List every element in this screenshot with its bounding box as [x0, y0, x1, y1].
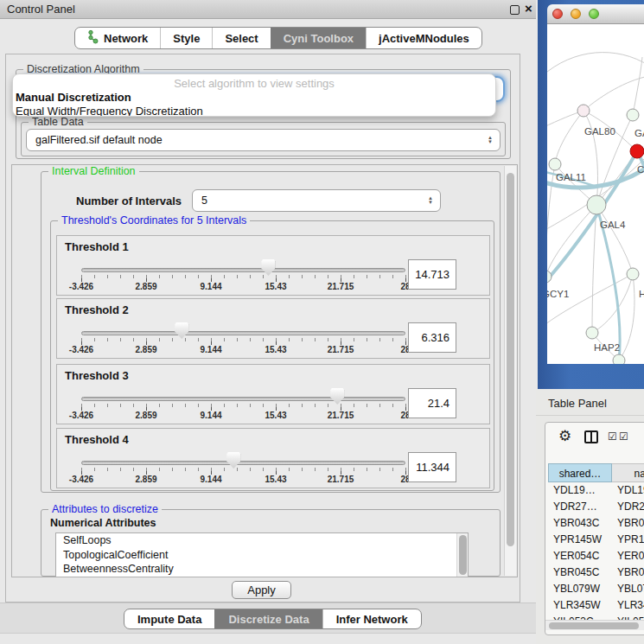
table-row[interactable]: YBL079W YBL079W — [548, 581, 644, 597]
table-row[interactable]: YLR345W YLR345W — [548, 597, 644, 614]
node-gcy1[interactable] — [547, 271, 552, 283]
node-label-partial: GA — [634, 128, 644, 138]
tab-infer-network[interactable]: Infer Network — [322, 609, 421, 628]
network-window-titlebar — [547, 4, 644, 24]
cell-name[interactable]: YIL053C — [617, 614, 644, 620]
cell-name[interactable]: YLR345W — [617, 597, 644, 614]
tick-label: 15.43 — [250, 345, 302, 354]
tab-jactivemnodules[interactable]: jActiveMNodules — [366, 28, 481, 48]
table-row[interactable]: YER054C YER054C — [548, 548, 644, 564]
cell-name[interactable]: YBR043C — [617, 515, 644, 532]
cell-shared-name[interactable]: YER054C — [553, 548, 614, 564]
threshold-3-value-field[interactable]: 21.4 — [408, 388, 456, 418]
threshold-2-slider-track[interactable] — [81, 331, 405, 335]
node[interactable] — [627, 268, 639, 280]
cell-shared-name[interactable]: YBL079W — [553, 581, 614, 597]
table-row[interactable]: YDR27… YDR27 — [548, 499, 644, 515]
attributes-group: Attributes to discretize Numerical Attri… — [41, 509, 501, 577]
checkbox-icon[interactable]: ☑ — [619, 431, 628, 442]
apply-button[interactable]: Apply — [232, 581, 291, 599]
list-item[interactable]: BetweennessCentrality — [56, 562, 468, 577]
split-columns-icon[interactable] — [584, 430, 598, 443]
cell-shared-name[interactable]: YDL19… — [553, 482, 614, 499]
float-window-icon[interactable] — [510, 5, 520, 15]
table-row[interactable]: YIL053C YIL053C — [548, 614, 644, 620]
cell-shared-name[interactable]: YBR045C — [553, 564, 614, 581]
threshold-4-value-field[interactable]: 11.344 — [408, 452, 456, 482]
cell-shared-name[interactable]: YLR345W — [553, 597, 614, 614]
close-icon[interactable]: × — [525, 1, 532, 16]
node-gal11[interactable] — [549, 158, 561, 170]
node[interactable] — [627, 109, 639, 121]
cell-name[interactable]: YDR27 — [617, 499, 644, 515]
cell-name[interactable]: YER054C — [617, 548, 644, 564]
stepper-arrows-icon: ▲▼ — [488, 136, 493, 144]
cell-name[interactable]: YBL079W — [617, 581, 644, 597]
cell-shared-name[interactable]: YIL053C — [553, 614, 614, 620]
table-row[interactable]: YBR043C YBR043C — [548, 515, 644, 532]
top-tabbar: Network Style Select Cyni Toolbox jActiv… — [74, 27, 482, 49]
table-row[interactable]: YBR045C YBR045C — [548, 564, 644, 581]
threshold-3-panel: Threshold 3 -3.426 2.859 9.144 15.43 21.… — [56, 364, 490, 424]
tab-cyni-toolbox[interactable]: Cyni Toolbox — [271, 28, 366, 48]
node-gal4[interactable] — [587, 195, 606, 214]
list-scrollbar[interactable] — [456, 533, 468, 577]
node-hap2[interactable] — [586, 327, 598, 339]
threshold-1-slider-track[interactable] — [81, 268, 405, 272]
tab-impute-data[interactable]: Impute Data — [124, 609, 214, 628]
table-horizontal-scrollbar-thumb[interactable] — [549, 622, 639, 629]
node[interactable] — [613, 354, 625, 364]
table-data-combobox[interactable]: galFiltered.sif default node ▲▼ — [26, 129, 501, 151]
list-scrollbar-thumb[interactable] — [459, 535, 467, 575]
cell-name[interactable]: YDL19 — [617, 482, 644, 499]
threshold-2-slider-handle[interactable] — [175, 322, 188, 339]
table-card: ⚙ ☑ ☑ shared… name YDL19… YDL19 YDR27… Y… — [545, 422, 644, 635]
table-row[interactable]: YPR145W YPR145W — [548, 532, 644, 548]
number-of-intervals-combobox[interactable]: 5 ▲▼ — [192, 189, 441, 212]
control-panel: Control Panel × Network Style — [0, 0, 536, 644]
threshold-4-slider-track[interactable] — [81, 461, 405, 465]
tick-label: 9.144 — [185, 282, 237, 291]
tab-discretize-data[interactable]: Discretize Data — [214, 609, 322, 628]
network-canvas[interactable]: GAL80 GA GAL11 C GAL4 GCY1 H HAP2 — [547, 24, 644, 364]
column-header-shared-name[interactable]: shared… — [548, 463, 612, 482]
numerical-attributes-label: Numerical Attributes — [50, 517, 156, 529]
threshold-1-value-field[interactable]: 14.713 — [408, 259, 456, 290]
close-traffic-light-icon[interactable] — [552, 9, 563, 19]
table-horizontal-scrollbar[interactable] — [545, 620, 644, 630]
threshold-1-slider-handle[interactable] — [261, 259, 275, 276]
threshold-4-slider-handle[interactable] — [226, 452, 240, 469]
tick-label: 9.144 — [185, 475, 237, 484]
cell-name[interactable]: YPR145W — [617, 532, 644, 548]
column-header-name[interactable]: name — [612, 463, 644, 482]
tab-discretize-data-label: Discretize Data — [228, 613, 309, 626]
list-item[interactable]: SelfLoops — [56, 533, 468, 548]
tick-label: -3.426 — [55, 411, 107, 420]
screen: Control Panel × Network Style — [0, 0, 644, 644]
tab-style[interactable]: Style — [160, 28, 212, 48]
settings-scrollbar-thumb[interactable] — [507, 173, 514, 546]
tab-select[interactable]: Select — [212, 28, 270, 48]
list-item[interactable]: TopologicalCoefficient — [56, 548, 468, 563]
zoom-traffic-light-icon[interactable] — [589, 9, 599, 19]
node-gal80[interactable] — [577, 105, 590, 117]
gear-icon[interactable]: ⚙ — [558, 427, 571, 445]
threshold-2-value-field[interactable]: 6.316 — [408, 322, 456, 353]
tab-network[interactable]: Network — [75, 28, 160, 48]
cell-name[interactable]: YBR045C — [617, 564, 644, 581]
node-selected-red[interactable] — [630, 144, 644, 158]
cell-shared-name[interactable]: YBR043C — [553, 515, 614, 532]
threshold-1-label: Threshold 1 — [65, 240, 129, 253]
threshold-3-slider-track[interactable] — [81, 397, 405, 401]
stepper-arrows-icon: ▲▼ — [428, 196, 433, 205]
tab-style-label: Style — [173, 32, 200, 45]
checkbox-icon[interactable]: ☑ — [608, 431, 617, 442]
dropdown-option-equal-width[interactable]: Equal Width/Frequency Discretization — [16, 105, 203, 117]
dropdown-option-manual[interactable]: Manual Discretization — [16, 91, 131, 104]
table-row[interactable]: YDL19… YDL19 — [548, 482, 644, 499]
cell-shared-name[interactable]: YPR145W — [553, 532, 614, 548]
threshold-3-slider-handle[interactable] — [330, 388, 344, 405]
settings-scrollbar[interactable] — [504, 166, 516, 576]
cell-shared-name[interactable]: YDR27… — [553, 499, 614, 515]
minimize-traffic-light-icon[interactable] — [571, 9, 581, 19]
